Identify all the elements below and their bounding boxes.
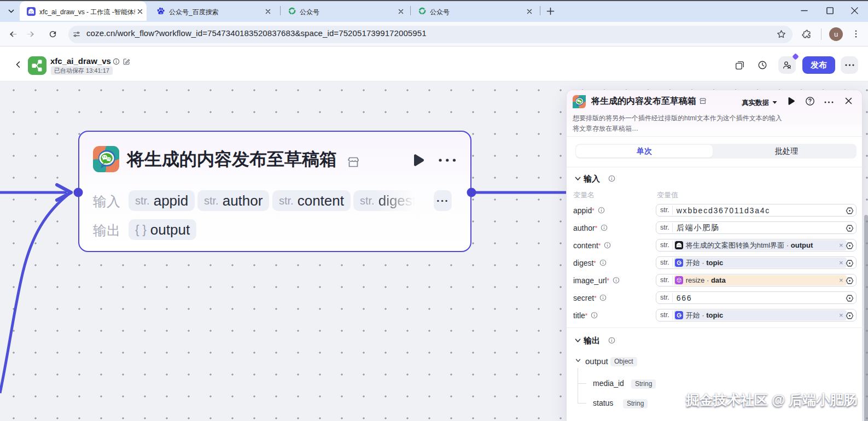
- svg-text:du: du: [160, 12, 162, 14]
